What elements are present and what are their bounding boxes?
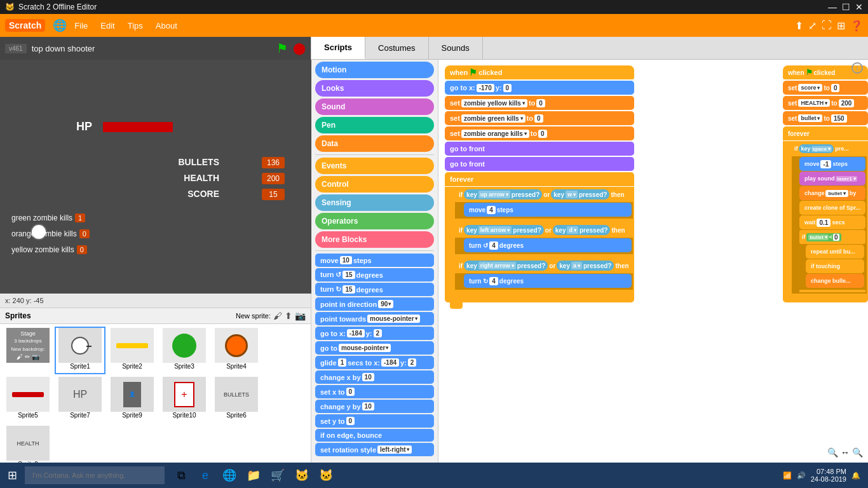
var-bullet[interactable]: bullet xyxy=(798,114,822,122)
fullscreen-icon[interactable]: ⤢ xyxy=(808,20,817,32)
block-edge-bounce[interactable]: if on edge, bounce xyxy=(315,429,434,442)
block-point-towards[interactable]: point towards mouse-pointer xyxy=(315,312,434,325)
category-pen[interactable]: Pen xyxy=(315,117,434,133)
upload-sprite-button[interactable]: ⬆ xyxy=(285,311,292,321)
if-right-hat[interactable]: if key right arrow pressed? or key a pre… xyxy=(455,259,633,273)
category-operators[interactable]: Operators xyxy=(315,213,434,229)
menu-tips[interactable]: Tips xyxy=(123,18,148,33)
block-change-x[interactable]: change x by 10 xyxy=(315,370,434,384)
block-set-bullet[interactable]: set bullet to 150 xyxy=(783,111,868,125)
if-space-hat[interactable]: if key space pre... xyxy=(792,142,867,156)
block-turn-right-input[interactable]: 15 xyxy=(342,285,355,294)
taskbar-task-view[interactable]: ⧉ xyxy=(170,464,193,487)
category-control[interactable]: Control xyxy=(315,176,434,193)
block-turn-right-4[interactable]: turn ↻ 4 degrees xyxy=(464,274,632,288)
stage-canvas[interactable]: HP BULLETS 136 HEALTH 200 SCORE 15 green… xyxy=(0,60,311,294)
key-w-dd[interactable]: w xyxy=(566,191,578,198)
block-point-direction[interactable]: point in direction 90 xyxy=(315,297,434,311)
block-change-x-input[interactable]: 10 xyxy=(362,373,374,381)
taskbar-browser[interactable]: 🌐 xyxy=(218,464,241,487)
sprite-item-sprite8[interactable]: HEALTH Sprite8 xyxy=(3,424,53,463)
start-button[interactable]: ⊞ xyxy=(3,466,22,485)
block-glide-secs[interactable]: 1 xyxy=(338,358,347,367)
block-glide-x[interactable]: -184 xyxy=(381,358,399,367)
camera-icon[interactable]: 📷 xyxy=(32,353,39,360)
upload-icon[interactable]: ⬆ xyxy=(795,20,803,32)
block-if-touching[interactable]: if touching xyxy=(806,259,864,273)
key-d-dd[interactable]: d xyxy=(567,226,578,234)
block-create-clone[interactable]: create clone of Spr... xyxy=(799,201,865,215)
goto-x-val[interactable]: -170 xyxy=(477,84,494,92)
stage-size-icon[interactable]: ⛶ xyxy=(822,20,832,31)
block-repeat-until[interactable]: repeat until bu... xyxy=(806,245,864,259)
tab-sounds[interactable]: Sounds xyxy=(429,37,483,59)
orange-kills-val[interactable]: 0 xyxy=(538,130,547,138)
turn-left-val[interactable]: 4 xyxy=(489,241,498,250)
key-up-dd[interactable]: up arrow xyxy=(478,191,510,198)
block-goto-xy[interactable]: go to x: -184 y: 2 xyxy=(315,327,434,340)
category-sensing[interactable]: Sensing xyxy=(315,194,434,211)
block-set-health[interactable]: set HEALTH to 200 xyxy=(783,96,868,110)
key-w-sensing[interactable]: key w pressed? xyxy=(551,189,609,200)
zoom-in-button[interactable]: 🔍 xyxy=(827,447,838,458)
turn-right-val[interactable]: 4 xyxy=(489,277,498,285)
sprite-item-sprite1[interactable]: Sprite1 xyxy=(55,327,105,374)
key-left-dd[interactable]: left arrow xyxy=(478,226,512,234)
taskbar-edge[interactable]: e xyxy=(194,464,217,487)
var-orange-kills[interactable]: zombie orange kills xyxy=(461,130,529,138)
sprite-item-sprite2[interactable]: Sprite2 xyxy=(107,327,158,374)
sound-dd[interactable]: laser1 xyxy=(836,176,857,182)
goto-y-val[interactable]: 0 xyxy=(503,84,512,92)
var-score[interactable]: score xyxy=(798,84,822,92)
block-turn-right[interactable]: turn ↻ 15 degrees xyxy=(315,283,434,296)
block-go-front-1[interactable]: go to front xyxy=(445,142,634,156)
yellow-kills-val[interactable]: 0 xyxy=(536,99,545,107)
block-turn-left[interactable]: turn ↺ 15 degrees xyxy=(315,268,434,281)
taskbar-scratch[interactable]: 🐱 xyxy=(290,464,313,487)
move-neg-val[interactable]: -1 xyxy=(820,160,831,168)
key-right-sensing[interactable]: key right arrow pressed? xyxy=(464,261,548,271)
maximize-button[interactable]: ☐ xyxy=(842,2,850,12)
category-sound[interactable]: Sound xyxy=(315,98,434,115)
block-change-bullet[interactable]: change bullet by xyxy=(799,186,865,200)
zoom-reset-button[interactable]: ↔ xyxy=(841,447,850,458)
sprite-item-sprite3[interactable]: Sprite3 xyxy=(159,327,210,374)
taskbar-store[interactable]: 🛒 xyxy=(266,464,289,487)
tab-scripts[interactable]: Scripts xyxy=(311,37,365,59)
block-play-sound[interactable]: play sound laser1 xyxy=(799,172,865,186)
sprite-item-sprite4[interactable]: Sprite4 xyxy=(211,327,262,374)
block-move-neg1[interactable]: move -1 steps xyxy=(799,157,865,171)
block-set-x-input[interactable]: 0 xyxy=(346,388,355,396)
paint-sprite-button[interactable]: 🖌 xyxy=(273,311,282,321)
menu-file[interactable]: File xyxy=(69,18,93,33)
forever-r-hat[interactable]: forever xyxy=(783,126,868,140)
block-set-yellow-kills[interactable]: set zombie yellow kills to 0 xyxy=(445,96,634,110)
key-up-sensing[interactable]: key up arrow pressed? xyxy=(464,189,542,200)
if-up-hat[interactable]: if key up arrow pressed? or key w presse… xyxy=(455,187,633,201)
category-data[interactable]: Data xyxy=(315,135,434,152)
block-rotation-style[interactable]: set rotation style left-right xyxy=(315,443,434,456)
key-a-dd[interactable]: a xyxy=(571,262,582,269)
block-glide-y[interactable]: 2 xyxy=(408,358,417,367)
block-change-y-input[interactable]: 10 xyxy=(362,402,374,410)
wait-val[interactable]: 0.1 xyxy=(817,219,831,227)
block-goto-start[interactable]: go to x: -170 y: 0 xyxy=(445,81,634,95)
green-flag-button[interactable]: ⚑ xyxy=(276,41,288,56)
if-left-hat[interactable]: if key left arrow pressed? or key d pres… xyxy=(455,223,633,237)
category-motion[interactable]: Motion xyxy=(315,62,434,78)
block-set-score[interactable]: set score to 0 xyxy=(783,81,868,95)
block-goto-dropdown[interactable]: mouse-pointer xyxy=(339,344,391,352)
block-change-bullet2[interactable]: change bulle... xyxy=(806,274,864,288)
block-wait[interactable]: wait 0.1 secs xyxy=(799,215,865,229)
block-set-orange-kills[interactable]: set zombie orange kills to 0 xyxy=(445,126,634,140)
block-turn-left-input[interactable]: 15 xyxy=(342,271,355,279)
stop-button[interactable]: ⬤ xyxy=(293,41,306,55)
sprite-item-sprite9[interactable]: 👤 Sprite9 xyxy=(107,376,158,423)
paint-icon[interactable]: 🖌 xyxy=(17,353,23,360)
globe-icon[interactable]: 🌐 xyxy=(53,18,67,32)
category-more[interactable]: More Blocks xyxy=(315,231,434,248)
var-health[interactable]: HEALTH xyxy=(798,99,830,107)
key-right-dd[interactable]: right arrow xyxy=(478,262,516,269)
block-change-y[interactable]: change y by 10 xyxy=(315,400,434,413)
block-go-front-2[interactable]: go to front xyxy=(445,157,634,171)
